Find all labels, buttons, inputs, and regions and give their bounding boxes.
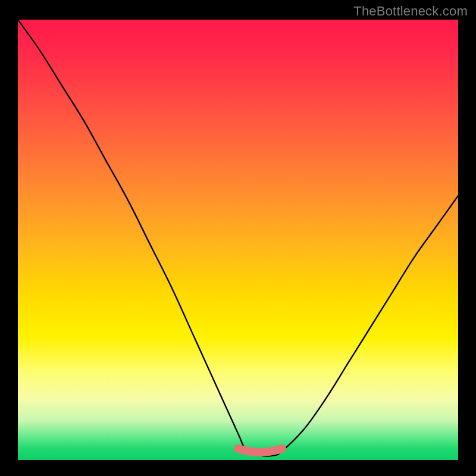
curve-svg xyxy=(18,20,458,460)
watermark-text: TheBottleneck.com xyxy=(353,4,468,19)
bottleneck-curve-path xyxy=(18,20,458,456)
optimum-flat-accent xyxy=(238,449,282,452)
plot-area xyxy=(18,20,458,460)
chart-stage: TheBottleneck.com xyxy=(0,0,476,476)
